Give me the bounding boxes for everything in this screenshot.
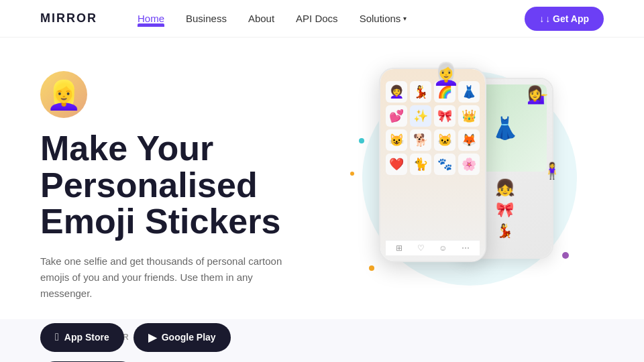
chevron-down-icon: ▾ [403,15,407,22]
play-icon: ▶ [148,331,156,344]
app-store-button[interactable]:  App Store [40,323,124,352]
emoji-row-3: 😺 🐕 🐱 🦊 [386,129,480,151]
cta-buttons:  App Store ▶ Google Play ▣ AppGallery [40,323,322,362]
apple-icon:  [55,331,59,343]
download-icon: ↓ [539,13,544,24]
emoji-cell: 🎀 [434,105,455,127]
emoji-cell: 🦊 [458,129,480,151]
phone-screen: 👩‍🦱 💃 🌈 👗 💕 ✨ 🎀 👑 😺 🐕 🐱 🦊 [380,69,485,261]
teal-dot-2 [359,138,364,143]
toolbar-icon-2: ♡ [417,243,425,253]
nav-item-about[interactable]: About [248,13,274,25]
yellow-dot-1 [369,265,374,271]
floating-sticker-3: 🧍‍♀️ [542,162,562,180]
logo: MIRROR [40,11,97,25]
nav-item-home[interactable]: Home [138,13,164,25]
hero-illustration: 👗 👧 🎀 💃 👩‍🦱 💃 🌈 👗 💕 ✨ [322,58,604,319]
toolbar-icon-3: ☺ [439,243,447,253]
navigation: MIRROR Home Business About API Docs Solu… [0,0,644,38]
emoji-cell: ✨ [410,105,431,127]
hero-content: 👱‍♀️ Make Your Personalised Emoji Sticke… [40,58,322,319]
nav-item-solutions[interactable]: Solutions ▾ [360,13,407,25]
hero-section: 👱‍♀️ Make Your Personalised Emoji Sticke… [0,38,644,319]
hero-title: Make Your Personalised Emoji Stickers [40,130,322,240]
toolbar-icon-4: ⋯ [462,243,470,253]
emoji-cell: 👑 [458,105,480,127]
emoji-cell: 👗 [458,81,480,103]
purple-dot-1 [562,252,569,259]
floating-sticker-1: 👩‍🦳 [433,61,460,86]
toolbar-icon-1: ⊞ [396,243,402,253]
nav-item-api-docs[interactable]: API Docs [296,13,338,25]
emoji-row-2: 💕 ✨ 🎀 👑 [386,105,480,127]
emoji-cell: 🐱 [434,129,455,151]
emoji-cell: 🌸 [458,154,480,175]
hero-subtitle: Take one selfie and get thousands of per… [40,253,288,302]
phone-main: 👩‍🦱 💃 🌈 👗 💕 ✨ 🎀 👑 😺 🐕 🐱 🦊 [379,68,486,262]
emoji-cell: 🐾 [434,154,455,175]
emoji-cell: 😺 [386,129,407,151]
yellow-dot-2 [350,172,354,176]
floating-sticker-2: 💁‍♀️ [527,84,548,105]
emoji-cell: 🐕 [410,129,431,151]
nav-item-business[interactable]: Business [186,13,227,25]
phone-toolbar: ⊞ ♡ ☺ ⋯ [386,240,480,255]
emoji-cell: 👩‍🦱 [386,81,407,103]
emoji-cell: 💕 [386,105,407,127]
get-app-button[interactable]: ↓ ↓ Get App [525,7,604,31]
nav-links: Home Business About API Docs Solutions ▾ [138,13,525,25]
emoji-row-4: ❤️ 🐈 🐾 🌸 [386,154,480,175]
google-play-button[interactable]: ▶ Google Play [133,323,231,352]
avatar: 👱‍♀️ [40,71,87,118]
emoji-cell: 🐈 [410,154,431,175]
emoji-cell: ❤️ [386,154,407,175]
emoji-cell: 💃 [410,81,431,103]
